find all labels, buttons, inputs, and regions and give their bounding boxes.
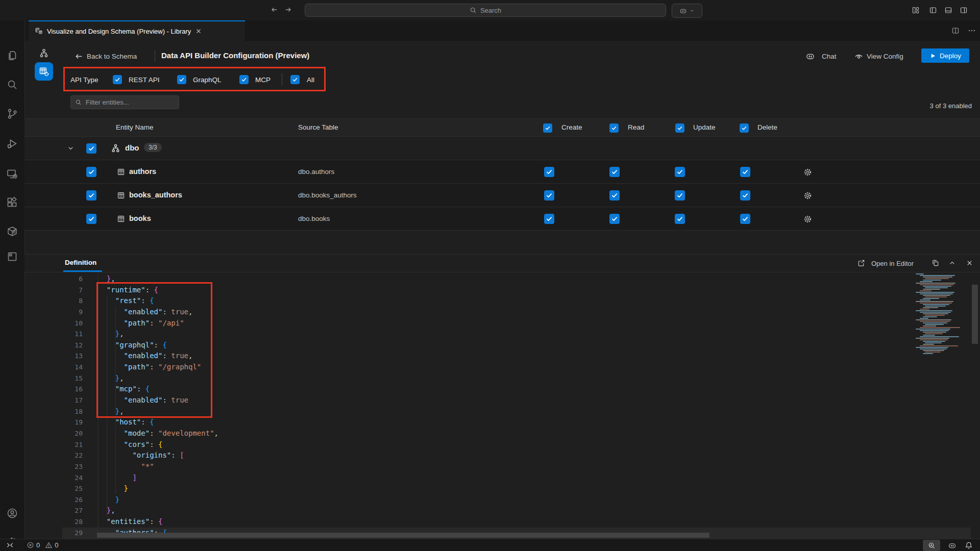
notifications-bell-icon[interactable]: [965, 541, 973, 549]
search-view-icon[interactable]: [6, 79, 18, 91]
customize-layout-icon[interactable]: [912, 6, 920, 14]
code-line-7: 7 "runtime": {: [62, 285, 971, 296]
vertical-scrollbar[interactable]: [972, 285, 978, 344]
books-read-checkbox[interactable]: [609, 214, 620, 224]
entity-row-books[interactable]: booksdbo.books: [24, 207, 980, 231]
remote-indicator[interactable]: [6, 541, 14, 549]
schema-designer-view-icon[interactable]: [39, 48, 49, 58]
code-line-19: 19 "host": {: [62, 417, 971, 428]
minimap-line: [925, 342, 942, 343]
container-icon[interactable]: [6, 226, 18, 238]
open-external-icon[interactable]: [857, 259, 865, 267]
command-center-search[interactable]: Search: [305, 4, 666, 17]
entity-row-books_authors[interactable]: books_authorsdbo.books_authors: [24, 184, 980, 207]
extensions-icon[interactable]: [6, 196, 18, 209]
books-update-checkbox[interactable]: [675, 214, 685, 224]
line-number: 14: [62, 362, 83, 373]
filter-entities-input[interactable]: [85, 98, 168, 107]
data-api-builder-view-icon[interactable]: [35, 62, 53, 81]
toggle-secondary-sidebar-icon[interactable]: [960, 6, 968, 14]
problems-indicator[interactable]: 0 0: [27, 541, 58, 549]
close-icon[interactable]: [195, 28, 202, 35]
books_authors-create-checkbox[interactable]: [544, 190, 554, 201]
run-debug-icon[interactable]: [6, 138, 18, 150]
authors-update-checkbox[interactable]: [675, 167, 685, 177]
copilot-menu-button[interactable]: [672, 4, 702, 18]
minimap-line: [923, 350, 944, 351]
books_authors-update-checkbox[interactable]: [675, 190, 685, 201]
books-create-checkbox[interactable]: [544, 214, 554, 224]
column-entity-name: Entity Name: [116, 123, 154, 131]
collapse-panel-icon[interactable]: [948, 259, 956, 267]
authors-delete-checkbox[interactable]: [740, 167, 750, 177]
code-line-9: 9 "enabled": true,: [62, 307, 971, 318]
back-arrow-icon[interactable]: [270, 6, 278, 14]
rest-api-checkbox[interactable]: [113, 75, 122, 84]
read-header-checkbox[interactable]: [609, 123, 619, 133]
copilot-status-icon[interactable]: [948, 541, 957, 550]
code-text: "rest": {: [98, 295, 154, 307]
authors-read-checkbox[interactable]: [609, 167, 620, 177]
definition-tab[interactable]: Definition: [65, 259, 96, 266]
remote-explorer-icon[interactable]: [6, 168, 18, 180]
create-header-checkbox[interactable]: [543, 123, 552, 133]
close-panel-icon[interactable]: [966, 259, 973, 267]
delete-header-checkbox[interactable]: [740, 123, 749, 133]
open-in-editor-button[interactable]: Open in Editor: [871, 260, 914, 267]
books-delete-checkbox[interactable]: [740, 214, 750, 224]
authors-checkbox[interactable]: [86, 167, 96, 177]
chevron-down-icon[interactable]: [67, 144, 75, 152]
toggle-panel-icon[interactable]: [944, 6, 952, 14]
books-checkbox[interactable]: [86, 214, 96, 224]
view-config-button[interactable]: View Config: [867, 53, 903, 60]
more-actions-icon[interactable]: [968, 27, 976, 35]
schema-group-row[interactable]: dbo 3/3: [24, 137, 980, 160]
zoom-status-button[interactable]: [923, 540, 940, 551]
code-line-18: 18 },: [62, 406, 971, 417]
forward-arrow-icon[interactable]: [284, 6, 292, 14]
mcp-checkbox[interactable]: [239, 75, 249, 84]
copy-icon[interactable]: [932, 259, 939, 267]
minimap-line: [920, 281, 933, 282]
update-header-checkbox[interactable]: [675, 123, 684, 133]
status-bar: 0 0: [0, 539, 980, 551]
split-editor-icon[interactable]: [951, 27, 960, 35]
group-count-badge: 3/3: [144, 143, 162, 152]
source-control-icon[interactable]: [6, 108, 18, 120]
minimap-line: [923, 289, 940, 290]
back-to-schema-link[interactable]: Back to Schema: [87, 53, 137, 60]
sql-object-explorer-icon[interactable]: [6, 251, 18, 263]
update-column-label: Update: [693, 123, 716, 131]
dbo-group-checkbox[interactable]: [86, 143, 96, 154]
code-line-27: 27 },: [62, 505, 971, 516]
books_authors-read-checkbox[interactable]: [609, 190, 620, 201]
filter-entities-box: [70, 95, 179, 109]
graphql-label: GraphQL: [193, 76, 222, 84]
books_authors-checkbox[interactable]: [86, 190, 96, 201]
accounts-icon[interactable]: [6, 507, 18, 519]
toggle-primary-sidebar-icon[interactable]: [929, 6, 937, 14]
table-icon: [117, 191, 125, 199]
deploy-button[interactable]: Deploy: [921, 48, 969, 63]
books_authors-delete-checkbox[interactable]: [740, 190, 750, 201]
line-number: 12: [62, 340, 83, 351]
minimap-line: [920, 284, 954, 285]
code-text: },: [98, 406, 124, 417]
entity-settings-gear-icon[interactable]: [803, 168, 812, 177]
minimap[interactable]: [914, 273, 971, 508]
chat-button[interactable]: Chat: [822, 53, 837, 60]
explorer-icon[interactable]: [6, 49, 18, 62]
entity-name: books: [129, 214, 151, 222]
all-checkbox[interactable]: [290, 75, 300, 84]
entity-row-authors[interactable]: authorsdbo.authors: [24, 160, 980, 184]
code-editor[interactable]: 6 },7 "runtime": {8 "rest": {9 "enabled"…: [62, 273, 971, 538]
entity-name: authors: [129, 167, 156, 176]
graphql-checkbox[interactable]: [177, 75, 186, 84]
schema-icon: [111, 143, 120, 153]
authors-create-checkbox[interactable]: [544, 167, 554, 177]
tab-visualize-design-schema[interactable]: Visualize and Design Schema (Preview) - …: [29, 20, 245, 41]
entity-settings-gear-icon[interactable]: [803, 215, 812, 223]
entity-settings-gear-icon[interactable]: [803, 191, 812, 200]
horizontal-scrollbar[interactable]: [97, 533, 709, 538]
back-to-schema-arrow-icon[interactable]: [75, 52, 83, 61]
